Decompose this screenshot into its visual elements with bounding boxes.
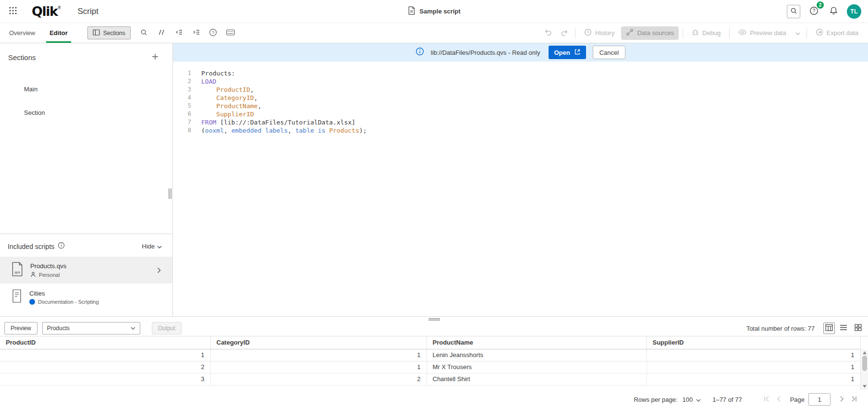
hide-included-scripts-button[interactable]: Hide xyxy=(142,243,162,250)
column-header[interactable]: ProductID xyxy=(0,336,210,349)
data-sources-button[interactable]: Data sources xyxy=(621,26,679,40)
code-line[interactable]: 2LOAD xyxy=(173,77,868,86)
search-in-script-button[interactable] xyxy=(137,26,151,40)
table-selector[interactable]: Products xyxy=(42,322,140,335)
table-row[interactable]: 11Lenin Jeansshorts1 xyxy=(0,349,860,361)
undo-button[interactable] xyxy=(541,26,555,40)
user-avatar[interactable]: TL xyxy=(847,4,861,19)
grid-view-button[interactable] xyxy=(852,322,864,334)
code-line[interactable]: 4 CategoryID, xyxy=(173,94,868,102)
redo-icon xyxy=(560,29,568,37)
history-clock-icon xyxy=(584,28,592,37)
history-button[interactable]: History xyxy=(579,26,619,40)
scroll-up-icon[interactable] xyxy=(863,351,867,354)
output-button[interactable]: Output xyxy=(152,322,182,335)
rows-per-page-select[interactable]: 100 xyxy=(682,396,701,403)
section-item-main[interactable]: Main xyxy=(0,78,172,99)
sections-sidebar: Sections Main Section Included scripts xyxy=(0,43,173,316)
debug-label: Debug xyxy=(702,29,721,37)
undo-icon xyxy=(544,29,552,37)
column-header[interactable]: CategoryID xyxy=(210,336,427,349)
script-doc-icon xyxy=(407,6,415,17)
included-scripts-title: Included scripts xyxy=(8,243,54,250)
cancel-button[interactable]: Cancel xyxy=(593,46,625,59)
line-number: 7 xyxy=(173,118,191,126)
line-number: 2 xyxy=(173,77,191,86)
svg-text:qvs: qvs xyxy=(14,270,20,274)
code-line[interactable]: 7FROM [lib://:DataFiles/TutorialData.xls… xyxy=(173,118,868,126)
last-page-button[interactable] xyxy=(848,393,860,406)
info-icon[interactable] xyxy=(58,242,65,251)
column-header[interactable]: ProductName xyxy=(427,336,647,349)
previous-page-button[interactable] xyxy=(773,393,785,406)
tab-editor[interactable]: Editor xyxy=(42,23,75,43)
scroll-down-icon[interactable] xyxy=(863,385,867,388)
bug-icon xyxy=(692,28,699,37)
included-script-products[interactable]: qvs Products.qvs Personal xyxy=(0,257,172,284)
list-view-button[interactable] xyxy=(838,322,849,334)
tab-overview[interactable]: Overview xyxy=(2,23,42,43)
code-line[interactable]: 3 ProductID, xyxy=(173,86,868,94)
preview-data-button[interactable]: Preview data xyxy=(734,26,791,40)
next-page-button[interactable] xyxy=(835,393,848,406)
included-script-cities[interactable]: Cities Documentation - Scripting xyxy=(0,284,172,310)
section-item-section[interactable]: Section xyxy=(0,102,172,123)
registered-mark: ® xyxy=(57,6,61,10)
page-number-input[interactable] xyxy=(808,393,831,406)
outdent-button[interactable] xyxy=(172,26,185,40)
code-line[interactable]: 6 SupplierID xyxy=(173,110,868,118)
panel-splitter[interactable] xyxy=(0,317,868,321)
preview-table-area: ProductIDCategoryIDProductNameSupplierID… xyxy=(0,336,868,390)
table-row[interactable]: 32Chantell Shirt1 xyxy=(0,373,860,385)
open-button[interactable]: Open xyxy=(549,46,586,59)
script-name: Products.qvs xyxy=(30,262,66,270)
preview-button[interactable]: Preview xyxy=(4,322,37,335)
redo-button[interactable] xyxy=(557,26,571,40)
notifications-button[interactable] xyxy=(828,4,840,18)
debug-button[interactable]: Debug xyxy=(687,26,725,40)
app-launcher-button[interactable] xyxy=(7,4,19,18)
indent-button[interactable] xyxy=(189,26,203,40)
hide-label: Hide xyxy=(142,243,155,250)
line-number: 6 xyxy=(173,110,191,118)
code-line[interactable]: 5 ProductName, xyxy=(173,102,868,110)
read-only-notification-bar: lib://DataFiles/Products.qvs - Read only… xyxy=(173,43,868,62)
table-cell: Mr X Trousers xyxy=(427,361,647,373)
table-row[interactable]: 21Mr X Trousers1 xyxy=(0,361,860,373)
export-data-button[interactable]: Export data xyxy=(811,26,864,40)
preview-data-dropdown-button[interactable] xyxy=(793,26,803,40)
document-header[interactable]: Sample script xyxy=(407,0,460,23)
line-number: 5 xyxy=(173,102,191,110)
editing-tools: ? xyxy=(137,26,237,40)
preview-data-label: Preview data xyxy=(750,29,786,37)
toolbar-divider xyxy=(807,28,807,38)
code-text: SupplierID xyxy=(201,110,254,118)
sidebar-resize-handle[interactable] xyxy=(169,188,171,199)
code-line[interactable]: 8(ooxml, embedded labels, table is Produ… xyxy=(173,126,868,135)
first-page-button[interactable] xyxy=(760,393,773,406)
shortcuts-button[interactable] xyxy=(224,26,237,40)
code-editor[interactable]: 1Products:2LOAD3 ProductID,4 CategoryID,… xyxy=(173,62,868,316)
table-view-button[interactable] xyxy=(823,322,835,334)
qlik-script-app: Qlik® Script Sample script ? xyxy=(0,0,868,409)
history-label: History xyxy=(595,29,614,37)
code-line[interactable]: 1Products: xyxy=(173,69,868,77)
global-search-button[interactable] xyxy=(787,5,800,18)
preview-table-head-row: ProductIDCategoryIDProductNameSupplierID xyxy=(0,336,860,349)
line-number: 4 xyxy=(173,94,191,102)
table-scrollbar[interactable] xyxy=(860,349,868,390)
app-title: Script xyxy=(77,7,98,16)
add-section-button[interactable] xyxy=(150,52,160,63)
table-selector-value: Products xyxy=(47,325,70,332)
sections-toggle-button[interactable]: Sections xyxy=(87,26,131,39)
comment-button[interactable] xyxy=(155,26,168,40)
help-circle-icon: ? xyxy=(209,28,217,38)
syntax-help-button[interactable]: ? xyxy=(207,26,220,40)
data-preview-panel: Preview Products Output Total number of … xyxy=(0,316,868,409)
sections-header: Sections xyxy=(0,43,172,63)
column-header[interactable]: SupplierID xyxy=(647,336,860,349)
table-cell: 1 xyxy=(647,349,860,361)
included-scripts-panel: Included scripts Hide qvs xyxy=(0,234,172,316)
scrollbar-thumb[interactable] xyxy=(862,356,867,371)
table-view-icon xyxy=(825,324,833,333)
